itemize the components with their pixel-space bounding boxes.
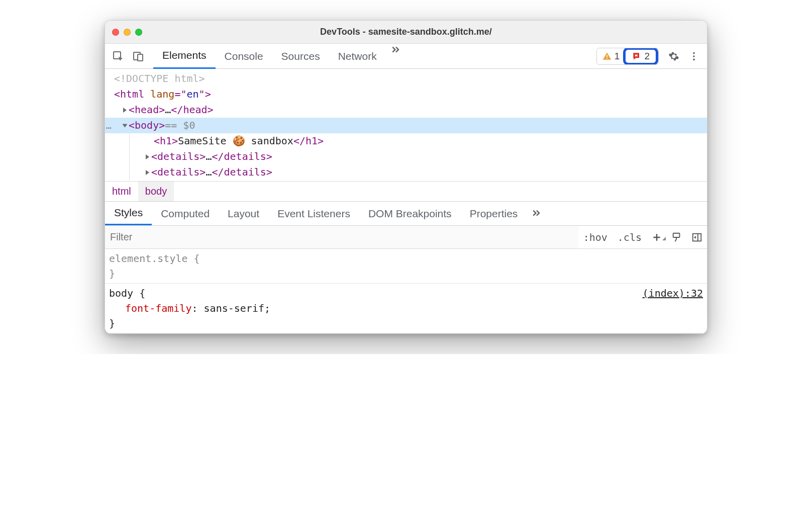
main-toolbar: Elements Console Sources Network 1 2	[105, 44, 707, 69]
cls-toggle[interactable]: .cls	[613, 226, 647, 248]
warning-icon	[602, 51, 612, 61]
style-rule[interactable]: element.style { }	[105, 249, 707, 284]
breadcrumb-item[interactable]: html	[105, 182, 138, 201]
new-style-rule-button[interactable]	[647, 232, 667, 242]
devtools-window: DevTools - samesite-sandbox.glitch.me/ E…	[105, 20, 707, 334]
tab-properties[interactable]: Properties	[461, 203, 527, 225]
tab-computed[interactable]: Computed	[152, 203, 219, 225]
rule-source-link[interactable]: (index):32	[643, 286, 703, 301]
styles-rules: element.style { } (index):32 body { font…	[105, 249, 707, 333]
tab-network[interactable]: Network	[329, 44, 386, 69]
styles-filter-bar: :hov .cls	[105, 226, 707, 249]
tab-event-listeners[interactable]: Event Listeners	[268, 203, 359, 225]
tab-console[interactable]: Console	[216, 44, 272, 69]
tab-elements[interactable]: Elements	[153, 44, 216, 69]
titlebar: DevTools - samesite-sandbox.glitch.me/	[105, 21, 707, 44]
svg-point-6	[693, 55, 695, 57]
tab-styles[interactable]: Styles	[105, 202, 152, 225]
dom-node[interactable]: <details>…</details>	[105, 164, 707, 180]
svg-rect-8	[673, 233, 680, 237]
expand-icon[interactable]	[146, 154, 149, 159]
kebab-menu-button[interactable]	[684, 46, 704, 66]
styles-filter-input[interactable]	[105, 226, 578, 248]
minimize-window-button[interactable]	[124, 29, 131, 36]
svg-rect-2	[138, 54, 143, 61]
device-toggle-button[interactable]	[128, 46, 148, 66]
breadcrumb-item[interactable]: body	[138, 182, 174, 201]
warnings-count: 1	[615, 51, 620, 62]
dom-node[interactable]: <h1>SameSite 🍪 sandbox</h1>	[105, 133, 707, 149]
kebab-icon	[688, 51, 699, 62]
issues-count: 2	[644, 51, 650, 62]
expand-icon[interactable]	[146, 170, 149, 175]
window-title: DevTools - samesite-sandbox.glitch.me/	[105, 27, 707, 37]
collapse-icon[interactable]	[123, 124, 128, 127]
warnings-badge[interactable]: 1	[597, 48, 625, 64]
tab-dom-breakpoints[interactable]: DOM Breakpoints	[359, 203, 461, 225]
inspect-element-button[interactable]	[108, 46, 128, 66]
tab-layout[interactable]: Layout	[219, 203, 268, 225]
dom-node[interactable]: <html lang="en">	[105, 86, 707, 102]
dom-node[interactable]: <details>…</details>	[105, 149, 707, 164]
svg-point-7	[693, 58, 695, 60]
breadcrumb: html body	[105, 181, 707, 202]
svg-rect-4	[606, 57, 607, 58]
expand-icon[interactable]	[123, 108, 127, 113]
svg-point-5	[693, 52, 695, 54]
svg-rect-3	[606, 55, 607, 57]
issues-icon	[632, 51, 642, 61]
settings-button[interactable]	[664, 46, 684, 66]
more-tabs-button[interactable]	[386, 44, 406, 69]
gear-icon	[668, 51, 679, 62]
close-window-button[interactable]	[112, 29, 119, 36]
hov-toggle[interactable]: :hov	[578, 226, 613, 248]
issues-badge[interactable]: 2	[627, 51, 655, 62]
toggle-sidebar-button[interactable]	[687, 232, 707, 243]
paint-flash-button[interactable]	[667, 232, 687, 243]
dom-node-selected[interactable]: <body> == $0	[105, 118, 707, 133]
panel-tabs: Elements Console Sources Network	[153, 44, 406, 69]
issues-highlight: 2	[623, 48, 658, 65]
more-styletabs-button[interactable]	[527, 207, 547, 220]
zoom-window-button[interactable]	[135, 29, 142, 36]
traffic-lights	[105, 29, 142, 36]
status-badges: 1 2	[596, 48, 659, 65]
dom-tree[interactable]: <!DOCTYPE html> <html lang="en"> <head>……	[105, 69, 707, 181]
styles-pane-tabs: Styles Computed Layout Event Listeners D…	[105, 202, 707, 226]
dom-node[interactable]: <!DOCTYPE html>	[105, 71, 707, 86]
dom-node[interactable]: <head>…</head>	[105, 102, 707, 118]
style-rule[interactable]: (index):32 body { font-family: sans-seri…	[105, 284, 707, 333]
tab-sources[interactable]: Sources	[272, 44, 329, 69]
